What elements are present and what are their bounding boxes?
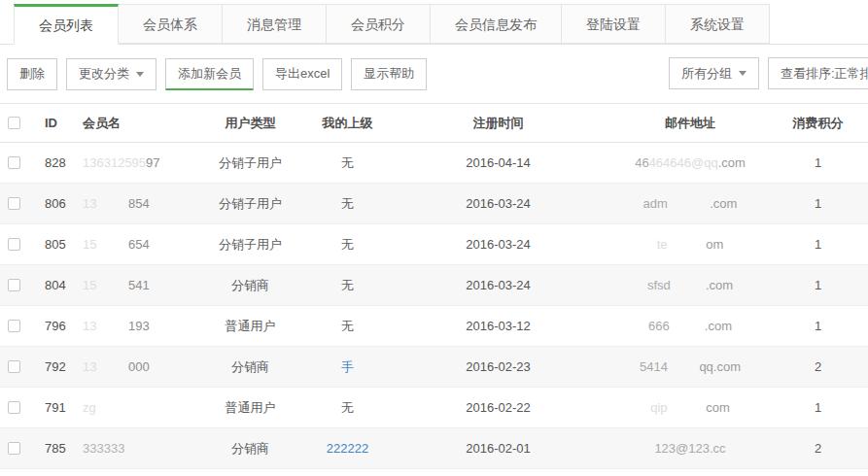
member-id: 785 bbox=[35, 428, 73, 469]
register-date: 2016-02-22 bbox=[384, 388, 612, 428]
col-header-points: 消费积分 bbox=[768, 104, 868, 143]
member-name: zg bbox=[73, 388, 190, 428]
member-points: 1 bbox=[768, 388, 868, 428]
col-header-email: 邮件地址 bbox=[612, 104, 768, 143]
col-header-superior: 我的上级 bbox=[311, 104, 384, 143]
member-superior: 无 bbox=[311, 224, 384, 265]
member-id: 791 bbox=[35, 388, 73, 428]
member-type: 普通用户 bbox=[190, 306, 311, 347]
delete-button[interactable]: 删除 bbox=[7, 58, 57, 90]
member-points: 2 bbox=[768, 347, 868, 388]
member-type: 分销商 bbox=[190, 265, 311, 306]
add-member-button[interactable]: 添加新会员 bbox=[165, 58, 254, 90]
tab-member-list[interactable]: 会员列表 bbox=[14, 4, 119, 45]
table-row: 804 15 541 分销商 无 2016-03-24 sfsd .com 1 bbox=[0, 265, 868, 306]
member-type: 分销子用户 bbox=[190, 143, 311, 184]
show-help-button[interactable]: 显示帮助 bbox=[351, 58, 427, 90]
register-date: 2016-03-24 bbox=[384, 265, 612, 306]
member-id: 792 bbox=[35, 347, 73, 388]
member-superior-link[interactable]: 手 bbox=[311, 347, 384, 388]
member-name: 13 000 bbox=[73, 347, 190, 388]
row-checkbox[interactable] bbox=[8, 279, 20, 291]
toolbar-right: 所有分组 查看排序:正常排序 bbox=[669, 57, 868, 89]
table-row: 828 13631259597 分销子用户 无 2016-04-14 46464… bbox=[0, 143, 868, 184]
tab-login-settings[interactable]: 登陆设置 bbox=[562, 4, 666, 44]
change-category-dropdown[interactable]: 更改分类 bbox=[66, 58, 156, 90]
col-header-date: 注册时间 bbox=[384, 104, 612, 143]
register-date: 2016-02-23 bbox=[384, 347, 612, 388]
row-checkbox[interactable] bbox=[8, 156, 20, 169]
member-name: 13 854 bbox=[73, 184, 190, 224]
member-points: 1 bbox=[768, 224, 868, 265]
member-type: 分销子用户 bbox=[190, 224, 311, 265]
member-name: 13 193 bbox=[73, 306, 190, 347]
register-date: 2016-03-12 bbox=[384, 306, 612, 347]
table-row: 805 15 654 分销子用户 无 2016-03-24 te om 1 bbox=[0, 224, 868, 265]
tab-bar: 会员列表 会员体系 消息管理 会员积分 会员信息发布 登陆设置 系统设置 bbox=[0, 0, 868, 45]
tab-member-points[interactable]: 会员积分 bbox=[327, 4, 431, 44]
change-category-label: 更改分类 bbox=[79, 65, 129, 83]
all-groups-label: 所有分组 bbox=[681, 65, 732, 83]
row-checkbox[interactable] bbox=[8, 197, 20, 210]
member-points: 1 bbox=[768, 265, 868, 306]
member-email: 123@123.cc bbox=[612, 428, 768, 469]
view-sort-button[interactable]: 查看排序:正常排序 bbox=[768, 57, 868, 89]
member-email: qip com bbox=[612, 388, 768, 428]
member-name: 15 541 bbox=[73, 265, 190, 306]
member-name: 13631259597 bbox=[73, 143, 190, 184]
member-email: te om bbox=[612, 224, 768, 265]
col-header-name: 会员名 bbox=[73, 104, 190, 143]
row-checkbox[interactable] bbox=[8, 401, 20, 414]
caret-down-icon bbox=[136, 72, 144, 77]
register-date: 2016-03-24 bbox=[384, 224, 612, 265]
row-checkbox[interactable] bbox=[8, 442, 20, 455]
member-points: 1 bbox=[768, 143, 868, 184]
member-name: 15 654 bbox=[73, 224, 190, 265]
table-row: 796 13 193 普通用户 无 2016-03-12 666 .com 1 bbox=[0, 306, 868, 347]
table-row: 806 13 854 分销子用户 无 2016-03-24 adm .com 1 bbox=[0, 184, 868, 224]
tab-member-system[interactable]: 会员体系 bbox=[119, 4, 223, 44]
tab-system-settings[interactable]: 系统设置 bbox=[666, 4, 770, 44]
member-points: 2 bbox=[768, 428, 868, 469]
row-checkbox[interactable] bbox=[8, 238, 20, 251]
member-points: 1 bbox=[768, 306, 868, 347]
member-email: 666 .com bbox=[612, 306, 768, 347]
table-row: 791 zg 普通用户 无 2016-02-22 qip com 1 bbox=[0, 388, 868, 428]
toolbar: 删除 更改分类 添加新会员 导出excel 显示帮助 所有分组 查看排序:正常排… bbox=[0, 45, 868, 103]
member-email: adm .com bbox=[612, 184, 768, 224]
member-type: 分销子用户 bbox=[190, 184, 311, 224]
table-header-row: ID 会员名 用户类型 我的上级 注册时间 邮件地址 消费积分 bbox=[0, 104, 868, 143]
register-date: 2016-04-14 bbox=[384, 143, 612, 184]
caret-down-icon bbox=[739, 71, 746, 76]
table-row: 785 333333 分销商 222222 2016-02-01 123@123… bbox=[0, 428, 868, 469]
member-id: 828 bbox=[35, 143, 73, 184]
member-superior: 无 bbox=[311, 184, 384, 224]
member-superior: 无 bbox=[311, 265, 384, 306]
table-row: 792 13 000 分销商 手 2016-02-23 5414 qq.com … bbox=[0, 347, 868, 388]
member-type: 分销商 bbox=[190, 428, 311, 469]
member-name: 333333 bbox=[73, 428, 190, 469]
register-date: 2016-02-01 bbox=[384, 428, 612, 469]
member-id: 805 bbox=[35, 224, 73, 265]
member-id: 806 bbox=[35, 184, 73, 224]
row-checkbox[interactable] bbox=[8, 360, 20, 373]
row-checkbox[interactable] bbox=[8, 320, 20, 332]
all-groups-dropdown[interactable]: 所有分组 bbox=[669, 57, 759, 89]
member-type: 分销商 bbox=[190, 347, 311, 388]
member-id: 796 bbox=[35, 306, 73, 347]
member-superior: 无 bbox=[311, 143, 384, 184]
member-type: 普通用户 bbox=[190, 388, 311, 428]
member-table: ID 会员名 用户类型 我的上级 注册时间 邮件地址 消费积分 828 1363… bbox=[0, 103, 868, 469]
col-header-type: 用户类型 bbox=[190, 104, 311, 143]
member-email: 46464646@qq.com bbox=[612, 143, 768, 184]
member-superior: 无 bbox=[311, 306, 384, 347]
select-all-checkbox[interactable] bbox=[8, 117, 20, 129]
member-superior-link[interactable]: 222222 bbox=[311, 428, 384, 469]
tab-member-info-publish[interactable]: 会员信息发布 bbox=[431, 4, 562, 44]
member-id: 804 bbox=[35, 265, 73, 306]
col-header-id: ID bbox=[35, 104, 73, 143]
register-date: 2016-03-24 bbox=[384, 184, 612, 224]
member-superior: 无 bbox=[311, 388, 384, 428]
tab-message-mgmt[interactable]: 消息管理 bbox=[223, 4, 327, 44]
export-excel-button[interactable]: 导出excel bbox=[262, 58, 342, 90]
